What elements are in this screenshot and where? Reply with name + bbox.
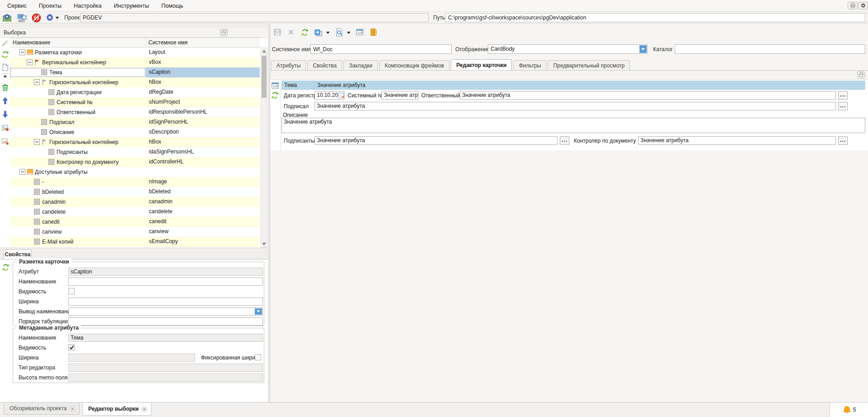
bottom-tab-selection-editor[interactable]: Редактор выборки <box>82 403 152 416</box>
tree-cell-sysname[interactable]: nImage <box>146 177 260 187</box>
chevron-down-icon[interactable] <box>639 45 647 53</box>
tree-cell-sysname[interactable]: idControllerHL <box>146 157 260 167</box>
field-input[interactable]: Тема <box>68 334 263 342</box>
tree-cell-sysname[interactable]: idSignPersonHL <box>146 117 260 127</box>
description-memo[interactable]: Значение атрибута <box>281 118 865 133</box>
tree-cell-sysname[interactable]: Layout <box>146 48 260 58</box>
tree-row[interactable]: Контролер по документуidControllerHL <box>10 157 260 167</box>
tree-cell-name[interactable]: Вертикальный контейнер <box>10 58 146 67</box>
tab-свойства[interactable]: Свойства <box>307 60 342 71</box>
tree-row[interactable]: caneditcanedit <box>10 217 260 227</box>
item-box-icon[interactable] <box>48 159 54 165</box>
catalog-input[interactable] <box>675 44 865 54</box>
collapse-icon[interactable] <box>34 79 40 85</box>
field-select[interactable] <box>68 307 263 316</box>
tree-scrollbar[interactable] <box>261 48 267 248</box>
tree-cell-sysname[interactable]: canedit <box>146 217 260 227</box>
tree-cell-name[interactable]: Разметка карточки <box>10 48 146 58</box>
item-box-icon[interactable] <box>41 119 47 125</box>
tree-cell-sysname[interactable] <box>146 167 260 177</box>
tree-cell-name[interactable]: Подписал <box>10 117 146 127</box>
tree-cell-name[interactable]: Системный № <box>10 97 146 107</box>
field-checkbox[interactable] <box>68 344 75 350</box>
sysname-input[interactable] <box>310 44 452 54</box>
calendar-icon[interactable] <box>338 92 344 99</box>
workstation-button[interactable] <box>17 13 26 22</box>
tree-row[interactable]: ПодписантыidaSignPersonsHL <box>10 147 260 157</box>
close-icon[interactable] <box>141 406 148 412</box>
tree-cell-sysname[interactable]: sCaption <box>146 67 260 77</box>
tab-компоновщик-фреймов[interactable]: Компоновщик фреймов <box>379 60 449 71</box>
tree-cell-name[interactable]: Подписанты <box>10 147 146 157</box>
tree-cell-sysname[interactable]: bDeleted <box>146 187 260 197</box>
item-box-icon[interactable] <box>48 109 54 115</box>
menu-item-сервис[interactable]: Сервис <box>5 2 29 10</box>
tree-row[interactable]: ОписаниеsDescription <box>10 127 260 137</box>
stop-button[interactable] <box>32 13 41 22</box>
tree-cell-sysname[interactable]: sEmailCopy <box>146 237 260 247</box>
tree-cell-name[interactable]: Горизонтальный контейнер <box>10 137 146 147</box>
field-input[interactable] <box>68 354 195 362</box>
tree-column-header[interactable]: Наименование Системное имя <box>10 38 260 48</box>
display-select[interactable]: CardBody <box>488 44 648 54</box>
sysnum-input[interactable]: Значение атри <box>382 91 419 100</box>
tree-cell-name[interactable]: Тема <box>10 67 146 77</box>
item-box-icon[interactable] <box>41 69 47 75</box>
tree-cell-sysname[interactable]: vBox <box>146 58 260 67</box>
tree-row[interactable]: ОтветственныйidResponsiblePersonHL <box>10 107 260 117</box>
collapse-icon[interactable] <box>19 49 25 55</box>
tree-cell-sysname[interactable]: candelete <box>146 207 260 217</box>
tree-cell-name[interactable]: bDeleted <box>10 187 146 197</box>
tree-cell-name[interactable]: Ответственный <box>10 107 146 117</box>
tree-cell-sysname[interactable]: hBox <box>146 77 260 87</box>
tab-редактор-карточки[interactable]: Редактор карточки <box>451 59 512 71</box>
tree-row[interactable]: Дата регистрацииdRegDate <box>10 87 260 97</box>
tree-cell-name[interactable]: canedit <box>10 217 146 227</box>
chevron-down-icon[interactable] <box>255 308 262 315</box>
tree-cell-name[interactable]: Дата регистрации <box>10 87 146 97</box>
fixed-width-checkbox[interactable] <box>255 354 261 360</box>
item-box-icon[interactable] <box>34 199 40 205</box>
refresh-properties-icon[interactable] <box>2 264 10 271</box>
item-box-icon[interactable] <box>48 149 54 155</box>
new-page-button[interactable] <box>1 63 9 71</box>
tree-row[interactable]: Вертикальный контейнерvBox <box>10 58 260 67</box>
menu-item-помощь[interactable]: Помощь <box>158 2 186 10</box>
tree-cell-sysname[interactable]: canview <box>146 227 260 237</box>
item-box-icon[interactable] <box>41 129 47 135</box>
card-row-tema[interactable]: Тема Значение атрибута <box>281 81 865 90</box>
collapse-icon[interactable] <box>27 59 33 65</box>
tab-закладки[interactable]: Закладки <box>343 60 378 71</box>
field-input[interactable] <box>68 297 263 306</box>
scroll-thumb[interactable] <box>262 56 267 98</box>
responsible-ellipsis-button[interactable]: ... <box>838 91 848 100</box>
more-dropdown-icon[interactable] <box>3 75 7 78</box>
tree-cell-name[interactable]: canview <box>10 227 146 237</box>
preview-dropdown-icon[interactable] <box>347 31 351 34</box>
project-input[interactable] <box>80 13 429 22</box>
signed-ellipsis-button[interactable]: ... <box>838 102 848 110</box>
print-button[interactable] <box>848 2 858 10</box>
tree-cell-name[interactable]: canadmin <box>10 197 146 207</box>
signed-input[interactable]: Значение атрибута <box>315 102 836 110</box>
tree-row[interactable]: ТемаsCaption <box>10 67 260 77</box>
import-button[interactable] <box>312 26 324 38</box>
tree-row[interactable]: ПодписалidSignPersonHL <box>10 117 260 127</box>
tree-row[interactable]: candeletecandelete <box>10 207 260 217</box>
preview-button[interactable] <box>333 26 345 38</box>
menu-item-проекты[interactable]: Проекты <box>36 2 64 10</box>
scroll-down-icon[interactable] <box>261 241 267 247</box>
tree-cell-sysname[interactable]: idaSignPersonsHL <box>146 147 260 157</box>
exit-button[interactable] <box>367 26 379 38</box>
delete-button[interactable] <box>1 83 9 91</box>
form-button[interactable] <box>354 26 366 38</box>
refresh-row-icon[interactable] <box>271 91 279 99</box>
tree-cell-sysname[interactable]: canadmin <box>146 197 260 207</box>
item-box-icon[interactable] <box>34 239 40 244</box>
tree-cell-sysname[interactable]: sDescription <box>146 127 260 137</box>
move-up-button[interactable] <box>1 97 9 105</box>
controller-input[interactable]: Значение атрибута <box>638 136 836 145</box>
item-box-icon[interactable] <box>34 219 40 225</box>
tree-row[interactable]: E-Mail копийsEmailCopy <box>10 237 260 247</box>
tree-row[interactable]: Горизонтальный контейнерhBox <box>10 137 260 147</box>
